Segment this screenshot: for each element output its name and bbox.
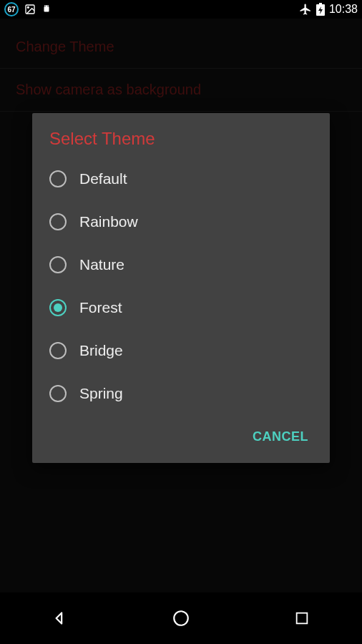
back-button[interactable]: [49, 608, 71, 629]
radio-icon: [49, 385, 67, 402]
airplane-mode-icon: [299, 3, 312, 16]
svg-point-6: [174, 611, 188, 625]
radio-icon: [49, 213, 67, 230]
svg-rect-7: [296, 613, 307, 624]
dialog-title: Select Theme: [32, 113, 330, 157]
radio-icon: [49, 256, 67, 273]
cancel-button[interactable]: CANCEL: [244, 422, 317, 452]
theme-option-label: Spring: [79, 385, 123, 402]
status-bar: 67 10:38: [0, 0, 362, 19]
home-button[interactable]: [170, 608, 192, 629]
recent-apps-button[interactable]: [291, 608, 313, 629]
theme-option-label: Nature: [79, 256, 124, 273]
theme-option-nature[interactable]: Nature: [32, 243, 330, 286]
android-debug-icon: [41, 4, 52, 15]
svg-line-4: [44, 5, 45, 6]
svg-point-1: [27, 6, 29, 8]
clock-text: 10:38: [329, 3, 358, 16]
theme-option-bridge[interactable]: Bridge: [32, 329, 330, 372]
theme-option-label: Rainbow: [79, 213, 138, 230]
image-icon: [24, 4, 36, 15]
radio-icon: [49, 170, 67, 187]
theme-option-label: Forest: [79, 299, 122, 316]
select-theme-dialog: Select Theme DefaultRainbowNatureForestB…: [32, 113, 330, 463]
battery-percent-badge: 67: [4, 2, 19, 16]
theme-option-forest[interactable]: Forest: [32, 286, 330, 329]
theme-option-rainbow[interactable]: Rainbow: [32, 200, 330, 243]
svg-line-5: [48, 5, 49, 6]
theme-option-spring[interactable]: Spring: [32, 372, 330, 415]
radio-icon: [49, 299, 67, 316]
theme-option-label: Default: [79, 170, 127, 187]
theme-option-default[interactable]: Default: [32, 157, 330, 200]
radio-icon: [49, 342, 67, 359]
battery-charging-icon: [316, 3, 325, 16]
navigation-bar: [0, 592, 362, 644]
theme-option-label: Bridge: [79, 342, 123, 359]
